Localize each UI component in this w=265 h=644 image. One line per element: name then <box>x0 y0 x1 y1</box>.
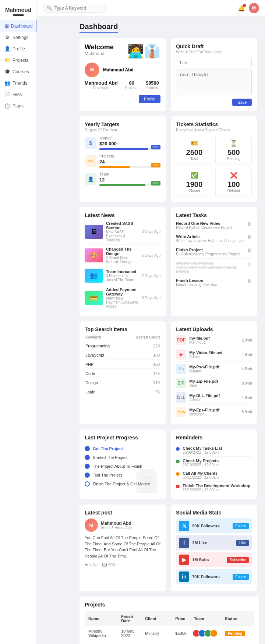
sidebar-item-projects[interactable]: 📁 Projects <box>0 54 36 66</box>
news-sub-4: Many New Payment Gateways Added <box>106 296 139 308</box>
reminder-title: Call All My Clients <box>183 471 219 475</box>
social-facebook: f 2M Like Like <box>176 535 252 550</box>
list-item: Ps My-Psd-File.pdf Osama 4.5mb <box>176 362 252 376</box>
save-button[interactable]: Save <box>232 99 252 106</box>
search-icon: 🔍 <box>47 6 52 11</box>
task-delete-1[interactable]: 🗑 <box>247 221 252 227</box>
list-item: Finish Lesson Finish Teaching Flex Box 🗑 <box>176 276 252 289</box>
yearly-targets-card: Yearly Targets Targets Of The Year $ Mon… <box>80 116 166 202</box>
sidebar-item-dashboard[interactable]: ▦ Dashboard <box>0 20 36 32</box>
task-delete-4[interactable]: 🗑 <box>247 261 252 266</box>
reminders-list: Check My Tasks List 26/09/2022 - 12:00am… <box>176 444 252 494</box>
upload-type-icon: ▶ <box>176 349 186 360</box>
post-title: Latest post <box>85 510 160 516</box>
stat-projects: 80 <box>125 80 138 86</box>
table-row: Logic95 <box>85 388 160 396</box>
list-item: Got The Project <box>85 444 160 453</box>
news-sub-1: New SASS Examples & Tutorials <box>106 230 139 242</box>
reminder-dot <box>176 485 180 488</box>
social-title: Social Media Stats <box>176 510 252 516</box>
quick-draft-card: Quick Draft Write A Draft For Your Ideas… <box>171 38 257 111</box>
news-title-1: Created SASS Section <box>106 221 139 230</box>
welcome-username: Mahmoud <box>85 51 114 56</box>
task-delete-5[interactable]: 🗑 <box>247 278 252 284</box>
news-thumb-4: 💳 <box>85 291 103 305</box>
news-date-2: 5 Days Ago <box>142 254 160 258</box>
top-search-card: Top Search Items Keyword Search Count Pr… <box>80 321 166 424</box>
ticket-pending-label: Pending <box>219 157 248 161</box>
search-input[interactable] <box>54 6 102 11</box>
draft-thought-input[interactable] <box>176 70 252 95</box>
profile-button[interactable]: Profile <box>139 95 160 103</box>
youtube-subscribe-button[interactable]: Subscribe <box>227 557 249 563</box>
sidebar-label-files: Files <box>13 92 22 97</box>
target-projects: </> Projects 24 50% <box>85 154 160 168</box>
latest-post-card: Latest post M Mahmoud Abd About 3 Hours … <box>80 505 166 591</box>
svg-rect-2 <box>144 476 146 479</box>
linkedin-icon: in <box>179 572 189 582</box>
sidebar-item-courses[interactable]: 🎓 Courses <box>0 66 36 77</box>
sidebar-item-plans[interactable]: 📋 Plans <box>0 100 36 112</box>
list-item: Check My Tasks List 26/09/2022 - 12:00am <box>176 444 252 457</box>
ticket-total-label: Total <box>180 157 208 161</box>
task-delete-2[interactable]: 🗑 <box>247 234 252 240</box>
youtube-stat: 1M Subs <box>192 558 224 562</box>
sidebar: Mahmoud ▦ Dashboard ⚙ Settings 👤 Profile… <box>0 0 37 644</box>
task-delete-3[interactable]: 🗑 <box>247 248 252 253</box>
task-title-2: Write Article <box>176 234 244 239</box>
news-title-3: Team Increased <box>106 269 139 274</box>
linkedin-follow-button[interactable]: Follow <box>233 574 249 580</box>
sidebar-item-settings[interactable]: ⚙ Settings <box>0 32 36 43</box>
projects-progress-bar: 50% <box>99 166 160 168</box>
sidebar-item-profile[interactable]: 👤 Profile <box>0 43 36 54</box>
courses-icon: 🎓 <box>4 69 10 74</box>
ticket-pending: ⏳ 500 Pending <box>215 136 252 165</box>
news-date-1: 3 Days Ago <box>142 230 160 234</box>
facebook-like-button[interactable]: Like <box>236 540 249 546</box>
draft-title-input[interactable] <box>176 58 252 67</box>
friends-icon: 👥 <box>4 80 10 86</box>
profile-icon: 👤 <box>4 46 10 52</box>
table-row: Elzero Shop 12 Oct 2021 Elzero Company $… <box>85 641 254 644</box>
list-item: Record One New Video Record Python Creat… <box>176 219 252 232</box>
money-progress-fill <box>99 148 148 150</box>
sidebar-item-files[interactable]: 📄 Files <box>0 89 36 100</box>
youtube-icon: ▶ <box>179 555 189 565</box>
linkedin-stat: 70K Followers <box>192 574 229 579</box>
sidebar-item-friends[interactable]: 👥 Friends <box>0 77 36 89</box>
list-item: ZIP My-Zip-File.pdf User 8.9mb <box>176 376 252 390</box>
table-header: Client <box>141 611 172 626</box>
comment-action[interactable]: 💬 500 <box>102 563 115 567</box>
sidebar-label-settings: Settings <box>13 35 28 40</box>
ticket-deleted: ❌ 100 Deleted <box>215 168 252 197</box>
reminder-title: Check My Tasks List <box>183 446 222 450</box>
ticket-total-icon: 🎫 <box>180 140 208 147</box>
facebook-stat: 2M Like <box>192 541 233 545</box>
list-item: DLL My-DLL-File.pdf Admin 4.9mb <box>176 390 252 405</box>
task-sub-5: Finish Teaching Flex Box <box>176 283 217 287</box>
welcome-title: Welcome <box>85 43 114 51</box>
latest-tasks-card: Latest Tasks Record One New Video Record… <box>171 207 257 316</box>
social-linkedin: in 70K Followers Follow <box>176 569 252 584</box>
facebook-icon: f <box>179 538 189 548</box>
reminder-dot <box>176 472 180 476</box>
like-action[interactable]: ❤ 1.8k <box>85 563 97 567</box>
news-date-4: 9 Days Ago <box>142 296 160 300</box>
stat-name: Mahmoud Abd <box>85 80 118 86</box>
twitter-follow-button[interactable]: Follow <box>233 523 249 529</box>
count-col-header: Search Count <box>123 334 160 341</box>
ticket-deleted-label: Deleted <box>219 189 248 193</box>
post-avatar: M <box>85 519 98 532</box>
avatar[interactable]: M <box>249 3 259 13</box>
projects-title: Projects <box>85 602 254 608</box>
upload-size: 8.9mb <box>242 410 252 414</box>
tickets-card: Tickets Statistics Everything About Supp… <box>171 116 257 202</box>
task-sub-3: Publish Academy Programming Project <box>176 252 240 256</box>
sidebar-label-friends: Friends <box>13 81 27 86</box>
tickets-sub: Everything About Support Tickets <box>176 128 252 132</box>
news-date-3: 7 Days Ago <box>142 274 160 278</box>
header: 🔍 🔔 M <box>37 0 265 17</box>
task-title-4: Attend The Meeting <box>176 261 247 265</box>
ticket-pending-num: 500 <box>219 148 248 157</box>
quick-draft-title: Quick Draft <box>176 43 252 49</box>
